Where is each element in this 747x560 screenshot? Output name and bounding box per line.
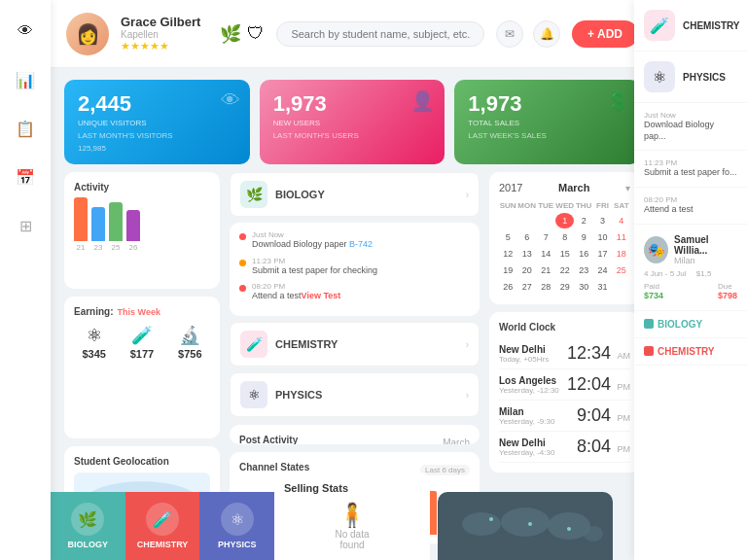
bar-label-3: 25 <box>112 243 121 252</box>
stat-sales-label: Total Sales <box>468 119 626 127</box>
bb-physics-label: PHYSICS <box>218 540 257 549</box>
physics-icon: ⚛ <box>240 381 267 408</box>
bio-name: BIOLOGY <box>275 189 325 200</box>
cal-day-9[interactable]: 9 <box>575 229 592 245</box>
notification-icon[interactable]: 🔔 <box>533 20 560 48</box>
cal-day-12[interactable]: 12 <box>499 246 516 262</box>
subject-physics[interactable]: ⚛ PHYSICS › <box>230 372 480 417</box>
cal-day-16[interactable]: 16 <box>575 246 592 262</box>
stat-visitors: 👁 2,445 Unique Visitors LAST MONTH'S VIS… <box>64 80 250 164</box>
sidebar-icon-cal[interactable]: 📅 <box>10 161 41 192</box>
earning-chem: 🧪 $177 <box>122 325 161 360</box>
earning-bio-icon: ⚛ <box>74 325 114 346</box>
cal-day-5[interactable]: 5 <box>499 229 516 245</box>
stat-sales: 💲 1,973 Total Sales LAST WEEK'S SALES <box>454 80 640 164</box>
cal-day-2[interactable]: 2 <box>575 213 592 228</box>
earning-chem-icon: 🧪 <box>122 325 161 346</box>
rp-bio-color <box>644 319 654 329</box>
user-stars: ★★★★★ <box>121 40 200 52</box>
cal-day-empty-3 <box>537 213 554 228</box>
cal-day-15[interactable]: 15 <box>555 246 574 262</box>
view-test-link[interactable]: View Test <box>302 291 341 302</box>
cal-day-31[interactable]: 31 <box>593 279 611 295</box>
svg-point-8 <box>501 508 550 537</box>
earning-card: Earning: This Week ⚛ $345 🧪 $177 🔬 $756 <box>64 297 220 438</box>
earning-bio: ⚛ $345 <box>74 325 114 360</box>
cal-hdr-sun: SUN <box>499 199 516 212</box>
stat-users-icon: 👤 <box>410 89 435 113</box>
search-input[interactable] <box>276 21 484 47</box>
cal-hdr-sat: SAT <box>613 199 630 212</box>
cal-day-11[interactable]: 11 <box>613 229 630 245</box>
sidebar-icon-grid[interactable]: ⊞ <box>10 210 41 241</box>
cal-dropdown-icon[interactable]: ▾ <box>625 183 630 193</box>
sidebar-icon-eye[interactable]: 👁 <box>10 16 41 47</box>
notif-text-1: Download Biology paper B-742 <box>252 239 373 251</box>
subject-biology[interactable]: 🌿 BIOLOGY › <box>230 172 480 217</box>
activity-card: Activity 21 23 25 <box>64 172 220 289</box>
rp-chemistry-card[interactable]: 🧪 CHEMISTRY <box>634 0 747 52</box>
subject-list: 🌿 BIOLOGY › Just Now Download Biology pa… <box>230 172 480 417</box>
cal-day-14[interactable]: 14 <box>537 246 554 262</box>
rp-physics-card[interactable]: ⚛ PHYSICS <box>634 52 747 103</box>
clock-milan-ampm: PM <box>618 413 631 423</box>
clock-la-city: Los Angeles <box>499 375 559 386</box>
cal-day-22[interactable]: 22 <box>555 262 574 278</box>
cal-day-7[interactable]: 7 <box>537 229 554 245</box>
notif-content-3: 08:20 PM Attend a test View Test <box>252 282 340 302</box>
cal-day-17[interactable]: 17 <box>593 246 611 262</box>
cal-day-29[interactable]: 29 <box>555 279 574 295</box>
earning-phys-amount: $756 <box>170 348 210 360</box>
cal-day-10[interactable]: 10 <box>593 229 611 245</box>
sidebar-icon-chart[interactable]: 📊 <box>10 64 41 95</box>
notif-time-1: Just Now <box>252 230 373 239</box>
cal-day-23[interactable]: 23 <box>575 262 592 278</box>
rp-chem-tag: CHEMISTRY <box>634 338 747 366</box>
cal-day-24[interactable]: 24 <box>593 262 611 278</box>
cal-day-30[interactable]: 30 <box>575 279 592 295</box>
calendar-card: 2017 March ▾ SUN MON TUE WED THU FRI SAT <box>489 172 640 304</box>
cal-day-1[interactable]: 1 <box>555 213 574 228</box>
selling-found-text: found <box>339 540 364 550</box>
earning-bio-amount: $345 <box>74 348 114 360</box>
cal-day-8[interactable]: 8 <box>555 229 574 245</box>
rp-notif-time-1: Just Now <box>644 111 737 120</box>
clock-la-time: 12:04 <box>567 374 611 394</box>
clock-delhi2-sub: Yesterday, -4:30 <box>499 448 554 457</box>
cal-day-28[interactable]: 28 <box>537 279 554 295</box>
subject-bio-row: 🌿 BIOLOGY <box>240 181 325 208</box>
rp-paid-label: Paid <box>644 282 663 291</box>
add-button[interactable]: + ADD <box>572 20 638 48</box>
world-map-bottom <box>438 492 613 560</box>
stat-users-label: New Users <box>273 119 432 127</box>
cal-day-6[interactable]: 6 <box>517 229 536 245</box>
cal-day-20[interactable]: 20 <box>517 262 536 278</box>
world-clock-card: World Clock New Delhi Today, +05Hrs 12:3… <box>489 312 640 472</box>
stat-users: 👤 1,973 New Users LAST MONTH'S USERS <box>260 80 445 164</box>
clock-delhi-info: New Delhi Today, +05Hrs <box>499 344 549 364</box>
cal-day-3[interactable]: 3 <box>593 213 611 228</box>
cal-day-18[interactable]: 18 <box>613 246 630 262</box>
bb-physics[interactable]: ⚛ PHYSICS <box>199 492 274 560</box>
cal-day-27[interactable]: 27 <box>517 279 536 295</box>
cal-day-25[interactable]: 25 <box>613 262 630 278</box>
cal-day-4[interactable]: 4 <box>613 213 630 228</box>
subject-chem-row: 🧪 CHEMISTRY <box>240 331 338 358</box>
subject-chemistry[interactable]: 🧪 CHEMISTRY › <box>230 322 480 367</box>
cal-day-26[interactable]: 26 <box>499 279 516 295</box>
rp-bio-label: BIOLOGY <box>658 319 702 330</box>
subject-phys-row: ⚛ PHYSICS <box>240 381 322 408</box>
cal-day-13[interactable]: 13 <box>517 246 536 262</box>
post-activity-title: Post Activity <box>239 435 298 444</box>
right-panel: 🧪 CHEMISTRY ⚛ PHYSICS Just Now Download … <box>634 0 747 560</box>
message-icon[interactable]: ✉ <box>496 20 523 48</box>
earning-items: ⚛ $345 🧪 $177 🔬 $756 <box>74 325 210 360</box>
bb-chemistry[interactable]: 🧪 CHEMISTRY <box>125 492 200 560</box>
sidebar-icon-doc[interactable]: 📋 <box>10 113 41 144</box>
cal-day-19[interactable]: 19 <box>499 262 516 278</box>
stat-users-sub: LAST MONTH'S USERS <box>273 131 432 140</box>
cal-day-21[interactable]: 21 <box>537 262 554 278</box>
bb-biology[interactable]: 🌿 BIOLOGY <box>51 492 125 560</box>
activity-bar-chart: 21 23 25 26 <box>74 198 210 252</box>
bar-3 <box>109 202 123 241</box>
